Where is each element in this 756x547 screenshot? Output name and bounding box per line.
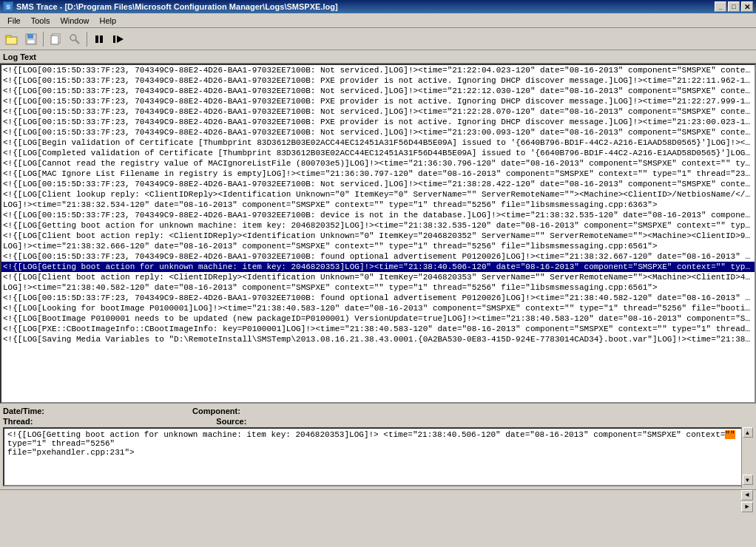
log-line[interactable]: LOG]!><time="21:38:32.534-120" date="08-… bbox=[1, 200, 755, 210]
play-button[interactable] bbox=[109, 30, 127, 48]
svg-rect-6 bbox=[27, 34, 33, 38]
menu-window[interactable]: Window bbox=[55, 15, 93, 27]
svg-text:S: S bbox=[7, 4, 10, 10]
thread-label: Thread: bbox=[3, 417, 33, 426]
log-line[interactable]: <!{[LOG[00:15:5D:33:7F:23, 704349C9-88E2… bbox=[1, 210, 755, 220]
svg-rect-10 bbox=[52, 36, 58, 44]
toolbar-separator-1 bbox=[43, 32, 44, 47]
log-line[interactable]: <!{[LOG[MAC Ignore List Filename in regi… bbox=[1, 169, 755, 179]
detail-text-normal: <!{[LOG[Getting boot action for unknown … bbox=[7, 430, 725, 439]
log-line[interactable]: <!{[LOG[00:15:5D:33:7F:23, 704349C9-88E2… bbox=[1, 251, 755, 262]
log-line[interactable]: <!{[LOG[Begin validation of Certificate … bbox=[1, 137, 755, 148]
log-line[interactable]: <!{[LOG[Looking for bootImage P0100001]L… bbox=[1, 303, 755, 313]
log-container[interactable]: <!{[LOG[00:15:5D:33:7F:23, 704349C9-88E2… bbox=[0, 64, 756, 404]
svg-marker-16 bbox=[117, 35, 124, 43]
log-line[interactable]: <!{[LOG[00:15:5D:33:7F:23, 704349C9-88E2… bbox=[1, 86, 755, 96]
svg-rect-14 bbox=[100, 35, 103, 43]
menu-bar: File Tools Window Help bbox=[0, 13, 756, 28]
detail-text-after: type="1" thread="5256" bbox=[7, 439, 115, 448]
open-button[interactable] bbox=[3, 30, 21, 48]
log-line[interactable]: <!{[LOG[BootImage P0100001 needs to be u… bbox=[1, 313, 755, 324]
pause-button[interactable] bbox=[90, 30, 108, 48]
title-text: SMS Trace - [D:\Program Files\Microsoft … bbox=[16, 2, 338, 11]
log-line[interactable]: <!{[LOG[Saving Media Variables to "D:\Re… bbox=[1, 334, 755, 344]
menu-help[interactable]: Help bbox=[95, 15, 121, 27]
log-line[interactable]: <!{[LOG[PXE::CBootImageInfo::CBootImageI… bbox=[1, 324, 755, 334]
menu-file[interactable]: File bbox=[3, 15, 25, 27]
menu-tools[interactable]: Tools bbox=[27, 15, 55, 27]
bottom-scroll-buttons: ◄ ► bbox=[741, 490, 753, 512]
svg-rect-13 bbox=[95, 35, 98, 43]
source-label: Source: bbox=[216, 417, 246, 426]
log-header-label: Log Text bbox=[3, 52, 36, 61]
component-label: Component: bbox=[192, 407, 240, 415]
svg-rect-4 bbox=[7, 38, 16, 44]
detail-section: <!{[LOG[Getting boot action for unknown … bbox=[0, 427, 756, 489]
log-line[interactable]: LOG]!><time="21:38:40.582-120" date="08-… bbox=[1, 282, 755, 293]
copy-button[interactable] bbox=[47, 30, 64, 48]
toolbar bbox=[0, 28, 756, 50]
title-bar-left: S SMS Trace - [D:\Program Files\Microsof… bbox=[3, 1, 338, 12]
toolbar-separator-2 bbox=[87, 32, 87, 47]
log-line[interactable]: <!{[LOG[00:15:5D:33:7F:23, 704349C9-88E2… bbox=[1, 117, 755, 127]
find-button[interactable] bbox=[66, 30, 84, 48]
scroll-left-button[interactable]: ◄ bbox=[741, 490, 753, 500]
log-line[interactable]: <!{[LOG[00:15:5D:33:7F:23, 704349C9-88E2… bbox=[1, 127, 755, 137]
title-bar-buttons: _ □ ✕ bbox=[715, 1, 753, 12]
log-line[interactable]: <!{[LOG[00:15:5D:33:7F:23, 704349C9-88E2… bbox=[1, 106, 755, 117]
minimize-button[interactable]: _ bbox=[715, 1, 726, 12]
log-line[interactable]: <!{[LOG[00:15:5D:33:7F:23, 704349C9-88E2… bbox=[1, 65, 755, 75]
svg-point-11 bbox=[70, 35, 76, 41]
log-header: Log Text bbox=[0, 50, 756, 64]
scroll-right-button[interactable]: ► bbox=[741, 502, 753, 512]
log-line[interactable]: LOG]!><time="21:38:32.666-120" date="08-… bbox=[1, 241, 755, 251]
log-line[interactable]: <!{[LOG[Cannot read the registry value o… bbox=[1, 158, 755, 169]
close-button[interactable]: ✕ bbox=[741, 1, 753, 12]
log-line[interactable]: <!{[LOG[00:15:5D:33:7F:23, 704349C9-88E2… bbox=[1, 179, 755, 189]
log-line[interactable]: <!{[LOG[00:15:5D:33:7F:23, 704349C9-88E2… bbox=[1, 75, 755, 86]
svg-rect-7 bbox=[27, 40, 35, 44]
log-line[interactable]: <!{[LOG[Client boot action reply: <Clien… bbox=[1, 272, 755, 282]
log-line[interactable]: <!{[LOG[Client boot action reply: <Clien… bbox=[1, 231, 755, 241]
log-line[interactable]: <!{[LOG[00:15:5D:33:7F:23, 704349C9-88E2… bbox=[1, 293, 755, 303]
bottom-bar: ◄ ► bbox=[0, 489, 756, 512]
detail-text-highlight: "" bbox=[725, 430, 735, 439]
detail-scrollbar[interactable]: ▲ ▼ bbox=[741, 427, 753, 488]
log-line[interactable]: <!{[LOG[Getting boot action for unknown … bbox=[1, 220, 755, 231]
maximize-button[interactable]: □ bbox=[728, 1, 740, 12]
app-icon: S bbox=[3, 1, 13, 12]
datetime-label: Date/Time: bbox=[3, 407, 44, 415]
svg-rect-3 bbox=[6, 35, 11, 38]
detail-text-file: file="pxehandler.cpp:231"> bbox=[7, 448, 135, 457]
save-button[interactable] bbox=[22, 30, 40, 48]
log-line[interactable]: <!{[LOG[Getting boot action for unknown … bbox=[1, 262, 755, 272]
detail-labels: Date/Time: Component: Thread: Source: bbox=[0, 404, 756, 427]
svg-line-12 bbox=[75, 40, 79, 44]
log-line[interactable]: <!{[LOG[Client lookup reply: <ClientIDRe… bbox=[1, 189, 755, 200]
detail-textbox[interactable]: <!{[LOG[Getting boot action for unknown … bbox=[3, 427, 753, 486]
svg-rect-15 bbox=[113, 35, 115, 43]
log-line[interactable]: <!{[LOG[Completed validation of Certific… bbox=[1, 148, 755, 158]
log-line[interactable]: <!{[LOG[00:15:5D:33:7F:23, 704349C9-88E2… bbox=[1, 96, 755, 106]
title-bar: S SMS Trace - [D:\Program Files\Microsof… bbox=[0, 0, 756, 13]
